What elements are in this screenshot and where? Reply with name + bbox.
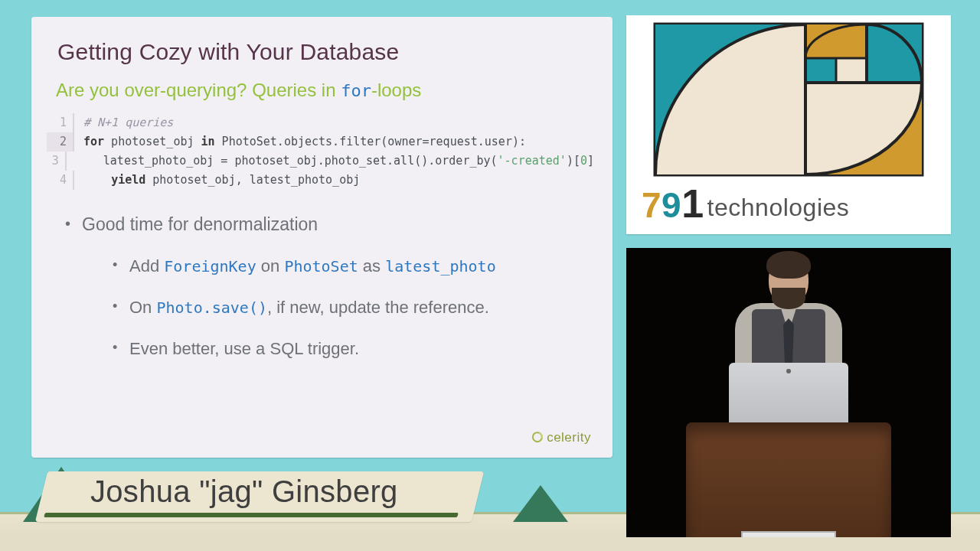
slide-footer-brand: celerity [531,430,591,447]
list-item: Even better, use a SQL trigger. [109,337,598,361]
presentation-slide: Getting Cozy with Your Database Are you … [31,17,612,458]
line-number: 3 [47,152,67,171]
code-text: ] [587,154,594,168]
bullet-text: on [256,256,285,276]
code-line: 1 # N+1 queries [47,113,594,132]
inline-code: PhotoSet [284,257,358,276]
bullet-text: as [358,256,385,276]
sponsor-digit: 7 [642,185,662,225]
lower-third-accent [44,513,458,517]
slide-subtitle-code: for [341,81,371,100]
lectern-plaque: Hilton [741,531,836,537]
code-text: )[ [567,154,580,168]
swirl-icon [528,429,545,448]
list-item: Add ForeignKey on PhotoSet as latest_pho… [109,254,598,279]
sponsor-digit: 1 [681,181,704,226]
sponsor-name: 791technologies [642,181,849,227]
code-keyword: in [201,135,215,148]
list-item: On Photo.save(), if new, update the refe… [109,295,598,320]
fibonacci-spiral-icon [626,15,951,184]
code-line: 3 latest_photo_obj = photoset_obj.photo_… [47,152,594,171]
svg-rect-7 [836,58,867,83]
slide-subtitle-text: -loops [371,80,421,100]
code-block: 1 # N+1 queries 2 for photoset_obj in Ph… [47,113,594,190]
code-text: photoset_obj, latest_photo_obj [145,173,360,187]
bullet-text: Even better, use a SQL trigger. [129,339,359,358]
svg-rect-6 [805,58,836,83]
camera-feed: Hilton [626,248,951,537]
line-number: 1 [47,113,74,132]
code-string: '-created' [498,154,567,168]
video-frame: Getting Cozy with Your Database Are you … [0,0,980,551]
code-text: photoset_obj [104,135,201,148]
bullet-text: On [129,298,156,317]
code-keyword: for [83,135,104,148]
code-number: 0 [580,154,587,168]
sponsor-digit: 9 [662,185,681,225]
speaker-hair [766,251,811,279]
mountain-icon [513,485,568,522]
sponsor-panel: 791technologies [626,15,951,234]
code-line: 4 yield photoset_obj, latest_photo_obj [47,171,594,190]
laptop-icon [729,363,848,432]
slide-subtitle-text: Are you over-querying? Queries in [56,80,341,100]
slide-title: Getting Cozy with Your Database [57,39,399,65]
sponsor-word: technologies [707,194,850,222]
code-text: latest_photo_obj = photoset_obj.photo_se… [76,154,498,168]
bullet-text: , if new, update the reference. [267,298,489,317]
bullet-text: Add [129,256,164,276]
bullet-text: Good time for denormalization [82,214,318,234]
lectern: Hilton [686,422,891,537]
code-line: 2 for photoset_obj in PhotoSet.objects.f… [47,132,594,152]
inline-code: Photo.save() [156,298,267,317]
line-number: 4 [47,171,74,190]
speaker-name: Joshua "jag" Ginsberg [90,474,398,509]
slide-subtitle: Are you over-querying? Queries in for-lo… [56,80,421,101]
inline-code: latest_photo [385,257,496,276]
speaker-beard [772,288,805,309]
code-text: PhotoSet.objects.filter(owner=request.us… [215,135,526,148]
bullet-list: Good time for denormalization Add Foreig… [62,212,598,378]
code-keyword: yield [111,173,145,187]
inline-code: ForeignKey [164,257,256,276]
list-item: Good time for denormalization Add Foreig… [62,212,598,361]
line-number: 2 [47,132,74,152]
slide-footer-brand-text: celerity [547,430,591,445]
code-comment: # N+1 queries [83,116,173,129]
